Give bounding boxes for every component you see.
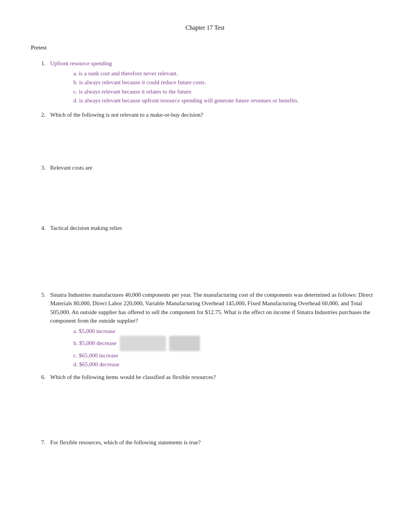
question-item: 1. Upfront resource spending a. is a sun… [31,59,379,105]
question-content: Relevant costs are [50,163,379,224]
question-item: 6. Which of the following items would be… [31,373,379,433]
question-number: 5. [31,291,50,369]
answer-b-text: b. $5,000 decrease [73,339,117,348]
question-list: 1. Upfront resource spending a. is a sun… [31,59,379,449]
question-number: 7. [31,438,50,449]
question-item: 3. Relevant costs are [31,163,379,224]
spacer [31,105,379,110]
pretest-label: Pretest [31,43,379,52]
answer-space [50,173,379,224]
question-content: Sinatra Industries manufactures 40,000 c… [50,291,379,369]
question-text: Which of the following items would be cl… [50,373,379,382]
question-text: For flexible resources, which of the fol… [50,438,379,447]
question-number: 1. [31,59,50,105]
question-number: 4. [31,224,50,284]
answer-space [50,234,379,284]
question-item: 7. For flexible resources, which of the … [31,438,379,449]
question-text: Upfront resource spending [50,59,379,68]
question-number: 6. [31,373,50,433]
answer-list: a. $5,000 increase b. $5,000 decrease c.… [50,327,379,369]
question-number: 3. [31,163,50,224]
spacer [31,284,379,291]
question-item: 5. Sinatra Industries manufactures 40,00… [31,291,379,369]
answer-list: a. is a sunk cost and therefore never re… [50,69,379,105]
blur-overlay-2 [169,336,200,351]
answer-item: b. $5,000 decrease [73,336,379,351]
question-content: Upfront resource spending a. is a sunk c… [50,59,379,105]
question-item: 2. Which of the following is not relevan… [31,110,379,163]
page-title: Chapter 17 Test [31,23,379,32]
question-content: Which of the following is not relevant t… [50,110,379,163]
answer-item: a. $5,000 increase [73,327,379,336]
answer-item: d. is always relevant because upfront re… [73,96,379,105]
spacer [31,433,379,438]
question-text: Tactical decision making relies [50,224,379,233]
answer-space [50,383,379,433]
answer-item: c. is always relevant because it relates… [73,87,379,96]
answer-space [50,121,379,163]
question-text: Which of the following is not relevant t… [50,110,379,119]
answer-item: d. $65,000 decrease [73,360,379,369]
answer-item: b. is always relevant because it could r… [73,78,379,87]
question-content: Tactical decision making relies [50,224,379,284]
question-number: 2. [31,110,50,163]
question-content: Which of the following items would be cl… [50,373,379,433]
question-text: Sinatra Industries manufactures 40,000 c… [50,291,379,325]
question-item: 4. Tactical decision making relies [31,224,379,284]
answer-item: a. is a sunk cost and therefore never re… [73,69,379,78]
blur-overlay-1 [120,336,166,351]
question-text: Relevant costs are [50,163,379,172]
spacer [31,369,379,373]
answer-item: c. $65,000 increase [73,351,379,360]
question-content: For flexible resources, which of the fol… [50,438,379,449]
